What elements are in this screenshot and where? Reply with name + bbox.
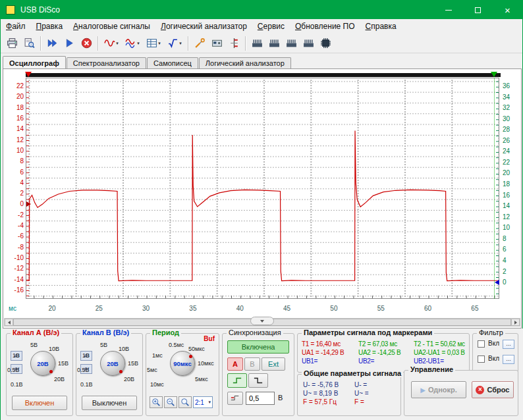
channel-b-input-mode-icon-2[interactable]: AI [80, 364, 92, 374]
probe-icon[interactable] [191, 36, 208, 51]
sync-source-a-button[interactable]: A [227, 357, 243, 371]
menu-bar: ФайлПравкаАналоговые сигналыЛогический а… [1, 19, 522, 34]
sync-source-ext-button[interactable]: Ext [262, 357, 285, 371]
waveform-svg [26, 78, 499, 298]
channel-a-gain-knob[interactable]: 20В [30, 351, 55, 376]
zoom-ratio-select[interactable]: 2:1 ▾ [193, 396, 213, 408]
channel-b-input-mode-icon-1[interactable]: AI [80, 351, 92, 361]
y-axis-right-label: 10 [503, 224, 521, 231]
minimize-button[interactable] [433, 1, 463, 19]
channel-a-power-button[interactable]: Включен [12, 396, 67, 410]
single-shot-button[interactable]: ▶ Однокр. [411, 381, 466, 398]
filter-b-checkbox[interactable] [478, 355, 485, 363]
tab-1[interactable]: Осциллограф [3, 56, 66, 68]
filter-a-label: Вкл [488, 340, 499, 347]
x-axis-label: 45 [277, 305, 297, 312]
close-button[interactable]: × [493, 1, 522, 19]
control-panels: Канал А (В/э) AI AI 0.1В0.5В1В5В10В15В20… [1, 328, 523, 420]
filter-title: Фильтр [477, 328, 505, 336]
zoom-in-button[interactable] [150, 396, 163, 408]
channel-a-input-mode-icon-2[interactable]: AI [11, 364, 22, 374]
channel-a-zero-marker[interactable] [26, 201, 31, 207]
printer-icon[interactable] [3, 36, 20, 51]
reset-button[interactable]: × Сброс [472, 381, 514, 398]
maximize-icon [475, 7, 481, 13]
x-axis-label: 55 [371, 305, 391, 312]
menu-item[interactable]: Логический анализатор [155, 20, 252, 32]
maximize-button[interactable] [463, 1, 493, 19]
scroll-left-button[interactable] [5, 319, 13, 326]
y-axis-left-label: 20 [5, 93, 24, 100]
tab-4[interactable]: Логический анализатор [199, 57, 291, 68]
y-axis-right-label: 24 [503, 147, 521, 155]
plot-area[interactable] [26, 78, 499, 299]
print-preview-icon[interactable] [20, 36, 38, 51]
channel-b-power-button[interactable]: Выключен [82, 396, 137, 410]
menu-item[interactable]: Аналоговые сигналы [68, 20, 155, 32]
y-axis-left-label: 18 [5, 104, 24, 111]
logic-pins-icon-4[interactable] [300, 36, 317, 51]
logic-pins-icon-2[interactable] [265, 36, 283, 51]
sync-source-b-button[interactable]: B [244, 357, 260, 371]
y-axis-right-label: 26 [503, 137, 521, 144]
falling-edge-button[interactable] [248, 373, 268, 388]
filter-b-settings-button[interactable]: ... [503, 355, 514, 364]
tab-2[interactable]: Спектроанализатор [67, 57, 146, 68]
menu-item[interactable]: Обновление ПО [290, 20, 360, 32]
collapse-handle-button[interactable] [250, 317, 274, 325]
y-axis-right-label: 16 [503, 192, 521, 199]
y-axis-left-label: -16 [5, 286, 24, 294]
chevron-down-icon[interactable]: ▾ [208, 400, 211, 405]
x-axis-label: 40 [230, 305, 250, 312]
x-axis-label: 30 [136, 305, 156, 312]
zoom-out-button[interactable] [164, 396, 177, 408]
chip-icon[interactable] [317, 36, 334, 51]
dropdown-arrow-icon[interactable]: ▾ [137, 41, 140, 46]
x-axis-label: 50 [324, 305, 344, 312]
menu-item[interactable]: Файл [1, 20, 31, 32]
dropdown-arrow-icon[interactable]: ▾ [116, 41, 119, 46]
dropdown-arrow-icon[interactable]: ▾ [179, 41, 182, 46]
channel-b-gain-knob[interactable]: 20В [100, 351, 125, 376]
y-axis-left-label: 22 [5, 82, 24, 90]
logic-pins-icon-1[interactable] [248, 36, 265, 51]
trigger-level-mode-button[interactable] [227, 392, 243, 405]
marker-t1[interactable] [25, 72, 32, 77]
measurements-table-icon[interactable]: ▾ [143, 36, 164, 51]
menu-item[interactable]: Правка [31, 20, 69, 32]
scope-area: мс 2220181614121086420-2-4-6-8-10-12-14-… [3, 68, 522, 328]
run-single-icon[interactable] [61, 36, 78, 51]
math-functions-icon[interactable]: ▾ [164, 36, 185, 51]
menu-item[interactable]: Сервис [252, 20, 290, 32]
zoom-reset-button[interactable] [179, 396, 192, 408]
channel-b-zero-marker[interactable] [495, 280, 499, 285]
rising-edge-button[interactable] [227, 373, 247, 388]
frequency-b: F = [354, 398, 364, 406]
y-axis-left-label: -8 [5, 244, 24, 251]
marker-t2[interactable] [491, 72, 497, 77]
y-axis-left-label: 4 [5, 179, 24, 186]
run-continuous-icon[interactable] [43, 36, 61, 51]
general-parameters-group: Общие параметры сигнала U- = -5,76 В U~ … [297, 374, 401, 416]
menu-item[interactable]: Справка [360, 20, 402, 32]
logic-pins-icon-3[interactable] [283, 36, 300, 51]
knob-scale-label: 5мкс [195, 376, 208, 382]
dropdown-arrow-icon[interactable]: ▾ [158, 41, 161, 46]
device-icon[interactable] [208, 36, 225, 51]
channel-a-input-mode-icon-1[interactable]: AI [11, 351, 22, 361]
zoom-out-icon [166, 398, 175, 407]
scroll-right-button[interactable] [511, 319, 520, 326]
filter-a-checkbox[interactable] [478, 340, 485, 348]
channels-ab-signal-icon[interactable]: ▾ [122, 36, 143, 51]
period-knob[interactable]: 90мкс [170, 351, 195, 376]
channel-a-signal-icon[interactable]: ▾ [101, 36, 122, 51]
filter-a-settings-button[interactable]: ... [503, 340, 514, 349]
y-axis-left-label: -12 [5, 265, 24, 272]
stop-icon[interactable] [78, 36, 95, 51]
tab-3[interactable]: Самописец [147, 57, 198, 68]
y-axis-left-label: -6 [5, 232, 24, 240]
caliper-icon[interactable] [225, 36, 242, 51]
sync-enabled-button[interactable]: Включена [227, 340, 289, 354]
trigger-level-input[interactable] [246, 392, 275, 405]
channel-b-title: Канал В (В/э) [80, 328, 131, 336]
